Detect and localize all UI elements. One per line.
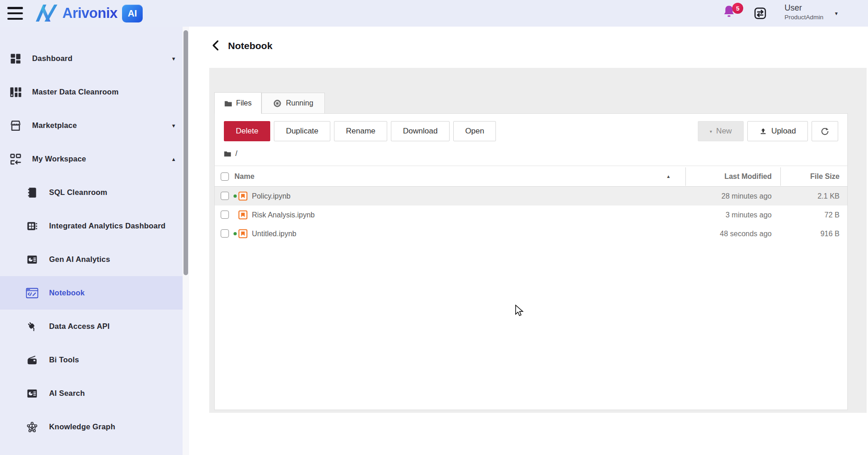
- file-browser-panel: Delete Duplicate Rename Download Open ▾ …: [214, 113, 848, 410]
- row-checkbox[interactable]: [221, 211, 229, 219]
- user-name: User: [785, 3, 823, 13]
- row-checkbox[interactable]: [221, 192, 229, 200]
- mouse-cursor: [514, 305, 525, 316]
- notebook-file-icon: [238, 210, 248, 220]
- sidebar-item-label: Data Access API: [49, 322, 110, 331]
- sidebar-item-label: Notebook: [49, 289, 85, 297]
- chevron-up-icon: ▲: [171, 156, 176, 162]
- sidebar-item-label: SQL Cleanroom: [49, 188, 107, 197]
- sidebar-scrollbar-thumb[interactable]: [184, 30, 188, 275]
- sidebar-item-label: Marketplace: [32, 121, 77, 130]
- page-title: Notebook: [228, 40, 273, 51]
- tab-files[interactable]: Files: [214, 92, 262, 114]
- user-menu[interactable]: User ProductAdmin: [785, 3, 823, 21]
- file-list: Policy.ipynb 28 minutes ago 2.1 KB Risk …: [215, 187, 847, 243]
- breadcrumb-path: /: [235, 150, 237, 158]
- sidebar-item-label: My Workspace: [32, 155, 86, 163]
- storefront-icon: [9, 119, 22, 133]
- workspace-icon: [9, 152, 22, 166]
- logo-ai-badge: AI: [122, 5, 143, 22]
- file-size: 916 B: [820, 224, 840, 243]
- hamburger-menu-icon[interactable]: [7, 7, 24, 20]
- sort-asc-icon[interactable]: ▲: [666, 166, 671, 187]
- column-divider: [780, 167, 781, 186]
- sidebar-item-sql-cleanroom[interactable]: SQL Cleanroom: [0, 176, 183, 209]
- sidebar-item-bi-tools[interactable]: Bi Tools: [0, 343, 183, 377]
- workspace-switch-icon[interactable]: [753, 6, 767, 20]
- sidebar-item-ai-search[interactable]: AI Search: [0, 377, 183, 410]
- user-role: ProductAdmin: [785, 14, 823, 21]
- sidebar-item-label: Dashboard: [32, 54, 72, 63]
- running-dot: [234, 194, 237, 198]
- plug-icon: [26, 320, 39, 333]
- open-button[interactable]: Open: [453, 121, 496, 141]
- sidebar-item-my-workspace[interactable]: My Workspace ▲: [0, 142, 183, 176]
- row-checkbox[interactable]: [221, 229, 229, 238]
- column-header-file-size[interactable]: File Size: [810, 166, 840, 187]
- logo-text: Arivonix: [62, 5, 117, 22]
- duplicate-button[interactable]: Duplicate: [274, 121, 330, 141]
- upload-button[interactable]: Upload: [747, 121, 808, 141]
- top-header: Arivonix AI 5 User ProductAdmin ▼: [0, 0, 868, 27]
- file-create-toolbar: ▾ New Upload: [698, 121, 838, 141]
- notebook-file-icon: [238, 229, 248, 239]
- sidebar-item-label: Integrated Analytics Dashboard: [49, 222, 166, 230]
- delete-button[interactable]: Delete: [224, 121, 270, 141]
- sidebar-item-gen-ai-analytics[interactable]: Gen AI Analytics: [0, 243, 183, 276]
- book-icon: [26, 186, 39, 200]
- notebook-panel: Files Running Delete Duplicate Rename Do…: [209, 68, 867, 413]
- table-header-row: Name ▲ Last Modified File Size: [215, 166, 847, 187]
- logo-mark-icon: [34, 2, 58, 24]
- breadcrumb[interactable]: /: [224, 147, 237, 161]
- sidebar-item-label: Knowledge Graph: [49, 422, 115, 431]
- sidebar-item-notebook[interactable]: Notebook: [0, 276, 183, 310]
- app-window: Arivonix AI 5 User ProductAdmin ▼: [0, 0, 868, 455]
- notebook-code-icon: [26, 286, 39, 300]
- sidebar-item-integrated-analytics-dashboard[interactable]: Integrated Analytics Dashboard: [0, 209, 183, 243]
- notification-count-badge: 5: [732, 3, 743, 14]
- notebook-file-icon: [238, 191, 248, 201]
- analytics-board-icon: [26, 219, 39, 233]
- column-header-last-modified[interactable]: Last Modified: [724, 166, 772, 187]
- chevron-down-icon: ▾: [710, 129, 712, 134]
- new-label: New: [716, 127, 732, 136]
- chevron-down-icon: ▼: [171, 56, 176, 61]
- notification-bell-icon: [722, 13, 736, 21]
- table-row-risk-analysis[interactable]: Risk Analysis.ipynb 3 minutes ago 72 B: [215, 205, 847, 224]
- tab-running[interactable]: Running: [262, 93, 325, 114]
- sidebar-item-master-data-cleanroom[interactable]: Master Data Cleanroom: [0, 75, 183, 109]
- new-dropdown-button[interactable]: ▾ New: [698, 121, 744, 141]
- upload-label: Upload: [771, 127, 796, 136]
- file-size: 2.1 KB: [818, 187, 840, 205]
- refresh-button[interactable]: [812, 121, 838, 141]
- file-modified: 48 seconds ago: [720, 224, 772, 243]
- file-name: Policy.ipynb: [252, 187, 290, 205]
- tab-label: Files: [236, 99, 252, 107]
- file-name: Untitled.ipynb: [252, 224, 296, 243]
- chevron-down-icon: ▼: [171, 123, 176, 128]
- user-caret-icon[interactable]: ▼: [834, 11, 839, 16]
- table-row-untitled[interactable]: Untitled.ipynb 48 seconds ago 916 B: [215, 224, 847, 243]
- notification-bell-button[interactable]: 5: [722, 5, 743, 23]
- file-modified: 3 minutes ago: [725, 205, 772, 224]
- sidebar-item-marketplace[interactable]: Marketplace ▼: [0, 109, 183, 142]
- column-header-name[interactable]: Name: [234, 166, 255, 187]
- running-dot: [234, 232, 237, 235]
- sidebar-item-label: Gen AI Analytics: [49, 255, 110, 264]
- select-all-checkbox[interactable]: [221, 172, 229, 181]
- sidebar-item-dashboard[interactable]: Dashboard ▼: [0, 42, 183, 75]
- logo-link[interactable]: Arivonix AI: [34, 3, 143, 24]
- tab-label: Running: [286, 99, 313, 107]
- rename-button[interactable]: Rename: [334, 121, 387, 141]
- download-button[interactable]: Download: [391, 121, 450, 141]
- upload-icon: [759, 128, 767, 135]
- presentation-pie-icon: [26, 253, 39, 266]
- sidebar-item-data-access-api[interactable]: Data Access API: [0, 310, 183, 343]
- network-graph-icon: [26, 420, 39, 434]
- sidebar-item-knowledge-graph[interactable]: Knowledge Graph: [0, 410, 183, 444]
- back-button[interactable]: [210, 39, 223, 52]
- file-size: 72 B: [824, 205, 840, 224]
- sidebar-item-label: AI Search: [49, 389, 85, 398]
- table-row-policy[interactable]: Policy.ipynb 28 minutes ago 2.1 KB: [215, 187, 847, 205]
- file-modified: 28 minutes ago: [722, 187, 772, 205]
